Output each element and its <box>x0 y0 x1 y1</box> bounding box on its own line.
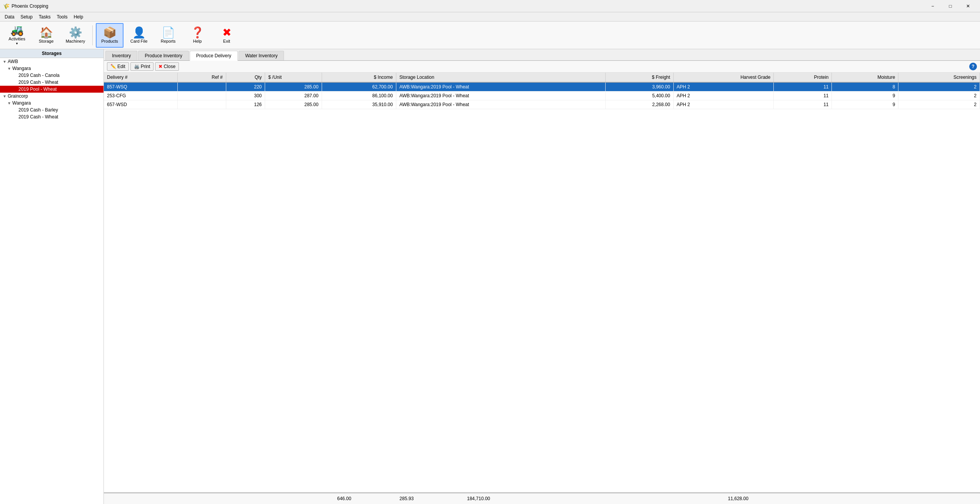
cell-r1-c7: APH 2 <box>673 91 774 100</box>
cell-r2-c2: 126 <box>226 100 265 109</box>
close-icon: ✖ <box>159 64 162 69</box>
products-label: Products <box>101 39 118 43</box>
toolbar-btn-products[interactable]: 📦Products <box>96 23 124 48</box>
sidebar-header: Storages <box>0 49 104 58</box>
col-grade: Harvest Grade <box>673 73 774 82</box>
sidebar-item-awb[interactable]: ▼AWB <box>0 58 104 65</box>
window-controls: − □ ✕ <box>924 0 977 12</box>
print-button[interactable]: 🖨️ Print <box>130 62 154 71</box>
storage-label: Storage <box>39 39 54 43</box>
machinery-label: Machinery <box>66 39 85 43</box>
menu-item-data[interactable]: Data <box>2 13 17 20</box>
cell-r2-c10: 2 <box>898 100 980 109</box>
tab-produce-delivery[interactable]: Produce Delivery <box>190 51 238 61</box>
tree-label-awb-wangara-cash-canola: 2019 Cash - Canola <box>18 73 60 78</box>
toolbar-btn-help[interactable]: ❓Help <box>184 23 211 48</box>
title-bar: 🌾 Phoenix Cropping − □ ✕ <box>0 0 980 12</box>
minimize-button[interactable]: − <box>924 0 942 12</box>
sidebar-item-graincorp[interactable]: ▼Graincorp <box>0 93 104 100</box>
total-ref <box>237 495 299 502</box>
toolbar: 🚜Activities▼🏠Storage⚙️Machinery📦Products… <box>0 22 980 49</box>
toolbar-btn-reports[interactable]: 📄Reports <box>154 23 182 48</box>
table-row[interactable]: 857-WSQ220285.0062,700.00AWB:Wangara:201… <box>104 82 980 91</box>
cell-r0-c4: 62,700.00 <box>322 82 396 91</box>
exit-label: Exit <box>223 39 230 43</box>
tree-toggle-awb-wangara[interactable]: ▼ <box>6 67 12 71</box>
menu-item-help[interactable]: Help <box>70 13 86 20</box>
tree-toggle-graincorp[interactable]: ▼ <box>2 94 8 98</box>
toolbar-separator <box>92 25 93 45</box>
sidebar-item-graincorp-wangara[interactable]: ▼Wangara <box>0 100 104 106</box>
tree-label-awb-wangara-pool-wheat: 2019 Pool - Wheat <box>18 86 57 92</box>
col-protein: Protein <box>774 73 832 82</box>
sidebar-item-awb-wangara-pool-wheat[interactable]: 2019 Pool - Wheat <box>0 86 104 93</box>
table-body: 857-WSQ220285.0062,700.00AWB:Wangara:201… <box>104 82 980 109</box>
cell-r2-c3: 285.00 <box>265 100 322 109</box>
total-location-spacer <box>493 495 675 502</box>
cardfile-icon: 👤 <box>132 27 146 38</box>
close-action-button[interactable]: ✖ Close <box>155 62 179 71</box>
toolbar-btn-machinery[interactable]: ⚙️Machinery <box>62 23 89 48</box>
products-icon: 📦 <box>103 27 117 38</box>
menu-item-tasks[interactable]: Tasks <box>36 13 54 20</box>
table-row[interactable]: 657-WSD126285.0035,910.00AWB:Wangara:201… <box>104 100 980 109</box>
help-label: Help <box>193 39 202 43</box>
cell-r0-c1 <box>178 82 226 91</box>
toolbar-btn-storage[interactable]: 🏠Storage <box>32 23 60 48</box>
sidebar-item-awb-wangara-cash-wheat[interactable]: 2019 Cash - Wheat <box>0 79 104 86</box>
sidebar-item-awb-wangara-cash-canola[interactable]: 2019 Cash - Canola <box>0 72 104 79</box>
cell-r0-c10: 2 <box>898 82 980 91</box>
table-row[interactable]: 253-CFG300287.0086,100.00AWB:Wangara:201… <box>104 91 980 100</box>
col-moisture: Moisture <box>832 73 898 82</box>
sidebar-item-graincorp-wangara-cash-wheat[interactable]: 2019 Cash - Wheat <box>0 113 104 120</box>
cell-r2-c1 <box>178 100 226 109</box>
cell-r2-c9: 9 <box>832 100 898 109</box>
print-icon: 🖨️ <box>134 64 140 69</box>
toolbar-btn-activities[interactable]: 🚜Activities▼ <box>3 23 31 48</box>
cell-r0-c0: 857-WSQ <box>104 82 178 91</box>
app-title: Phoenix Cropping <box>12 3 48 9</box>
col-unit: $ /Unit <box>265 73 322 82</box>
toolbar-btn-cardfile[interactable]: 👤Card File <box>125 23 153 48</box>
cell-r2-c5: AWB:Wangara:2019 Pool - Wheat <box>396 100 605 109</box>
cell-r1-c2: 300 <box>226 91 265 100</box>
tab-bar: InventoryProduce InventoryProduce Delive… <box>104 49 980 61</box>
reports-label: Reports <box>161 39 176 43</box>
menu-item-setup[interactable]: Setup <box>17 13 35 20</box>
cell-r0-c3: 285.00 <box>265 82 322 91</box>
sidebar-item-awb-wangara[interactable]: ▼Wangara <box>0 65 104 72</box>
tree-label-awb-wangara-cash-wheat: 2019 Cash - Wheat <box>18 80 58 85</box>
tab-produce-inventory[interactable]: Produce Inventory <box>138 51 189 60</box>
cell-r1-c5: AWB:Wangara:2019 Pool - Wheat <box>396 91 605 100</box>
tab-inventory[interactable]: Inventory <box>105 51 137 60</box>
total-freight: 11,628.00 <box>675 495 752 502</box>
col-delivery: Delivery # <box>104 73 178 82</box>
edit-button[interactable]: ✏️ Edit <box>107 62 129 71</box>
maximize-button[interactable]: □ <box>942 0 959 12</box>
tree-toggle-awb[interactable]: ▼ <box>2 60 8 64</box>
tab-water-inventory[interactable]: Water Inventory <box>239 51 284 60</box>
cell-r0-c5: AWB:Wangara:2019 Pool - Wheat <box>396 82 605 91</box>
toolbar-btn-exit[interactable]: ✖Exit <box>213 23 240 48</box>
title-bar-left: 🌾 Phoenix Cropping <box>3 3 48 9</box>
activities-dropdown-arrow: ▼ <box>15 42 18 45</box>
cell-r0-c9: 8 <box>832 82 898 91</box>
cell-r1-c1 <box>178 91 226 100</box>
cell-r2-c8: 11 <box>774 100 832 109</box>
col-freight: $ Freight <box>605 73 673 82</box>
sidebar: Storages ▼AWB▼Wangara2019 Cash - Canola2… <box>0 49 104 504</box>
help-circle-button[interactable]: ? <box>969 63 977 70</box>
sidebar-item-graincorp-wangara-cash-barley[interactable]: 2019 Cash - Barley <box>0 106 104 113</box>
cell-r2-c0: 657-WSD <box>104 100 178 109</box>
cell-r0-c6: 3,960.00 <box>605 82 673 91</box>
menu-item-tools[interactable]: Tools <box>53 13 70 20</box>
tree-toggle-graincorp-wangara[interactable]: ▼ <box>6 101 12 105</box>
machinery-icon: ⚙️ <box>69 27 82 38</box>
tree-label-graincorp-wangara-cash-wheat: 2019 Cash - Wheat <box>18 114 58 120</box>
close-button[interactable]: ✕ <box>959 0 977 12</box>
cell-r2-c4: 35,910.00 <box>322 100 396 109</box>
col-ref: Ref # <box>178 73 226 82</box>
total-income: 184,710.00 <box>417 495 493 502</box>
cell-r1-c9: 9 <box>832 91 898 100</box>
reports-icon: 📄 <box>162 27 175 38</box>
